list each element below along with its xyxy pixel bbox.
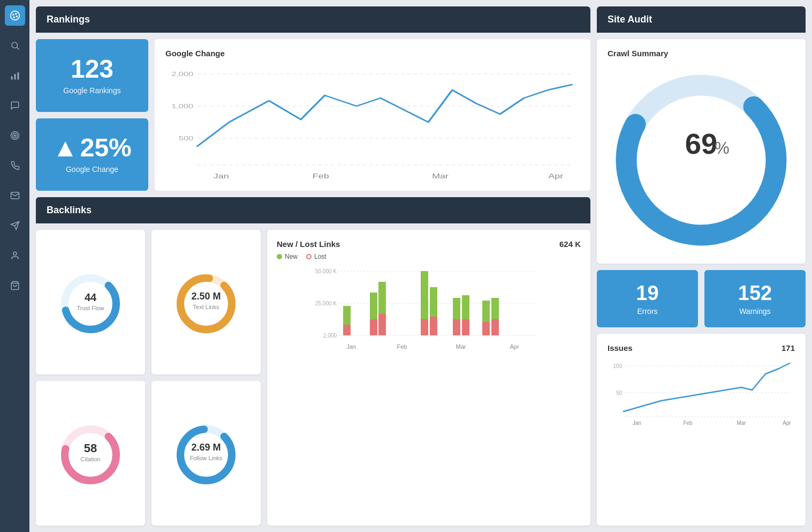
follow-links-card: 2.69 M Follow Links (151, 381, 261, 526)
google-rankings-num: 123 (71, 56, 113, 82)
new-dot (277, 254, 282, 259)
svg-text:Mar: Mar (737, 420, 746, 426)
google-rankings-label: Google Rankings (63, 86, 120, 95)
warnings-label: Warnings (710, 307, 800, 316)
svg-text:Jan: Jan (633, 420, 641, 426)
palette-icon[interactable] (5, 5, 25, 26)
svg-text:1,000: 1,000 (171, 103, 193, 110)
svg-rect-7 (11, 77, 12, 80)
svg-rect-8 (14, 74, 16, 80)
svg-rect-55 (378, 314, 386, 335)
svg-rect-59 (430, 317, 437, 335)
rankings-stat-cards: 123 Google Rankings ▲25% Google Change (36, 39, 148, 191)
new-lost-links-title: New / Lost Links (277, 239, 340, 249)
target-icon[interactable] (5, 125, 25, 146)
svg-text:2,000: 2,000 (323, 333, 337, 339)
rankings-header: Rankings (36, 6, 590, 33)
sidebar (0, 0, 29, 532)
svg-text:2.69 M: 2.69 M (191, 442, 221, 453)
crawl-title: Crawl Summary (608, 49, 668, 58)
lost-dot (306, 254, 312, 259)
svg-text:2.50 M: 2.50 M (191, 291, 221, 302)
errors-box: 19 Errors (597, 270, 698, 327)
main-content: Rankings 123 Google Rankings ▲25% Google… (29, 0, 812, 532)
svg-text:%: % (715, 139, 730, 158)
new-lost-links-panel: New / Lost Links 624 K New Lost (267, 230, 590, 526)
svg-rect-51 (343, 325, 351, 335)
svg-rect-57 (421, 319, 428, 335)
svg-point-3 (16, 16, 17, 17)
svg-text:Jan: Jan (346, 343, 356, 350)
issues-header: Issues 171 (608, 343, 795, 353)
svg-text:Jan: Jan (214, 173, 229, 179)
errors-label: Errors (602, 307, 693, 316)
google-change-chart-panel: Google Change 2,000 1,000 500 (155, 39, 590, 191)
google-change-chart: 2,000 1,000 500 Jan Feb Mar Apr (165, 63, 580, 181)
svg-rect-9 (17, 72, 19, 80)
citation-donut: 58 Citation (58, 423, 123, 487)
citation-card: 58 Citation (36, 381, 145, 526)
donut-grid: 44 Trust Flow 2.50 M Text Links (36, 230, 261, 526)
svg-text:Citation: Citation (80, 456, 100, 462)
warnings-box: 152 Warnings (704, 270, 806, 327)
phone-icon[interactable] (5, 155, 25, 176)
new-lost-chart: 50,000 K 25,000 K 2,000 (277, 266, 581, 362)
svg-rect-63 (462, 319, 469, 335)
site-audit-title: Site Audit (608, 14, 652, 25)
error-warning-row: 19 Errors 152 Warnings (597, 270, 806, 327)
svg-text:50,000 K: 50,000 K (315, 268, 337, 274)
issues-chart: 100 50 Jan Feb Mar Apr (608, 358, 795, 428)
issues-title: Issues (608, 343, 633, 353)
google-change-card: ▲25% Google Change (36, 118, 148, 191)
issues-panel: Issues 171 100 50 Jan Feb Mar (597, 334, 806, 526)
svg-rect-67 (491, 319, 499, 335)
svg-rect-53 (370, 319, 377, 335)
backlinks-header: Backlinks (36, 197, 590, 223)
bar-chart-icon[interactable] (5, 65, 25, 86)
backlinks-section: Backlinks 44 Trust Flow (36, 197, 590, 526)
svg-text:2,000: 2,000 (171, 71, 193, 78)
trust-flow-donut: 44 Trust Flow (58, 272, 123, 336)
crawl-donut-chart: 69 % (608, 66, 795, 254)
svg-text:Feb: Feb (683, 420, 693, 426)
svg-text:Feb: Feb (313, 173, 329, 179)
site-audit-header: Site Audit (597, 6, 806, 33)
new-lost-links-header: New / Lost Links 624 K (277, 239, 581, 249)
chart-title: Google Change (165, 49, 580, 58)
warnings-num: 152 (710, 282, 800, 305)
chat-icon[interactable] (5, 95, 25, 116)
search-icon[interactable] (5, 35, 25, 56)
user-icon[interactable] (5, 245, 25, 266)
svg-point-4 (13, 17, 14, 18)
svg-text:25,000 K: 25,000 K (315, 301, 337, 306)
svg-point-5 (12, 42, 18, 48)
text-links-donut: 2.50 M Text Links (174, 272, 238, 336)
svg-text:Feb: Feb (397, 343, 407, 350)
send-icon[interactable] (5, 215, 25, 236)
svg-text:Mar: Mar (456, 343, 466, 350)
bag-icon[interactable] (5, 275, 25, 296)
svg-text:58: 58 (84, 441, 97, 455)
svg-point-2 (15, 13, 17, 14)
rankings-title: Rankings (47, 14, 90, 25)
svg-point-1 (12, 14, 14, 16)
svg-text:50: 50 (616, 390, 623, 396)
svg-text:Follow Links: Follow Links (190, 455, 223, 461)
google-rankings-card: 123 Google Rankings (36, 39, 148, 112)
google-change-num: ▲25% (52, 135, 132, 161)
backlinks-title: Backlinks (47, 205, 92, 215)
svg-point-15 (13, 252, 17, 255)
crawl-panel: Crawl Summary 69 % (597, 39, 806, 264)
svg-text:Apr: Apr (548, 173, 563, 179)
mail-icon[interactable] (5, 185, 25, 206)
svg-text:Apr: Apr (510, 343, 519, 350)
svg-point-12 (14, 135, 16, 137)
svg-text:44: 44 (85, 291, 97, 303)
svg-text:Text Links: Text Links (193, 304, 219, 310)
right-column: Site Audit Crawl Summary 69 % 19 (597, 6, 806, 526)
svg-rect-61 (453, 319, 460, 335)
svg-text:69: 69 (685, 128, 718, 160)
rankings-section: Rankings 123 Google Rankings ▲25% Google… (36, 6, 590, 191)
legend-new: New (277, 253, 298, 260)
svg-point-0 (10, 11, 19, 20)
